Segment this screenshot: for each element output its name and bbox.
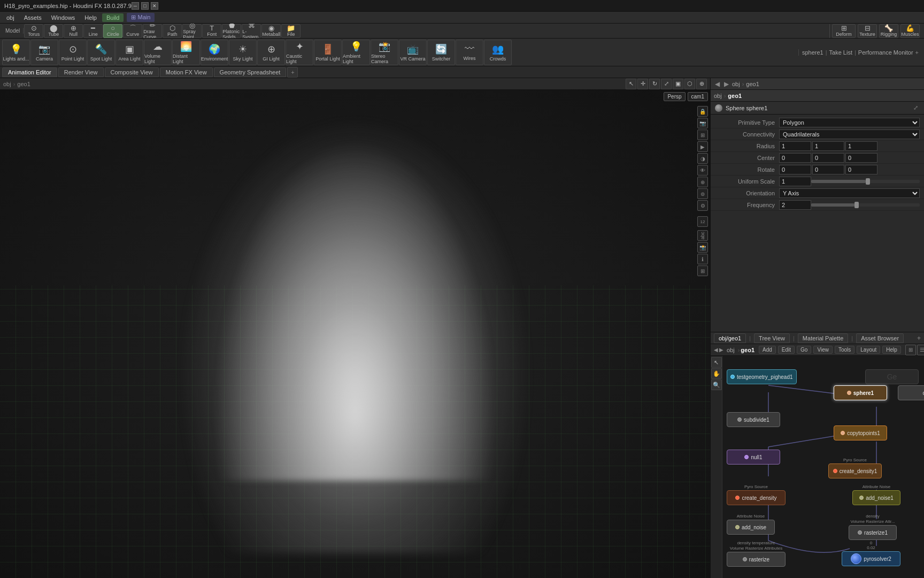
tool-line[interactable]: ━Line [83, 24, 103, 38]
rotate-y[interactable] [812, 165, 844, 174]
node-copytopoints1[interactable]: copytopoints1 [834, 425, 887, 440]
tool-draw-curve[interactable]: ✏Draw Curve [143, 24, 162, 38]
camera-button-vp[interactable]: cam1 [688, 92, 708, 101]
node-null1[interactable]: null1 [727, 450, 780, 465]
vp-icon-vis[interactable]: 👁 [697, 165, 708, 176]
tool-circle[interactable]: ○Circle [103, 24, 122, 38]
viewport-tool-rotate[interactable]: ↻ [649, 79, 660, 89]
prop-add-btn[interactable]: + [915, 49, 919, 56]
node-icon-grid[interactable]: ⊞ [905, 345, 916, 355]
node-btn-layout[interactable]: Layout [857, 346, 880, 354]
frequency-slider[interactable] [811, 200, 920, 210]
point-light-button[interactable]: ⊙Point Light [59, 40, 87, 65]
viewport-tool-select[interactable]: ↖ [626, 79, 636, 89]
perspective-button[interactable]: Persp [664, 92, 685, 101]
viewport-tool-box[interactable]: ▣ [673, 79, 683, 89]
node-tool-zoom[interactable]: 🔍 [711, 379, 722, 390]
lights-menu[interactable]: 💡Lights and... [2, 40, 30, 65]
distant-light-button[interactable]: 🌅Distant Light [172, 40, 200, 65]
main-button[interactable]: ⊞ Main [127, 13, 155, 22]
tool-lsystem[interactable]: ⌘L-System [242, 24, 261, 38]
vp-icon-shading[interactable]: ◑ [697, 153, 708, 164]
vp-icon-bottom[interactable]: 📸 [697, 242, 708, 253]
vp-icon-orient[interactable]: ⊚ [697, 188, 708, 199]
caustic-light-button[interactable]: ✦Caustic Light [286, 40, 313, 65]
node-nav-forward[interactable]: ▶ [719, 347, 723, 353]
tool-curve[interactable]: ⌒Curve [123, 24, 142, 38]
primitive-type-select[interactable]: Polygon NURBS Bezier Points [779, 118, 920, 127]
node-add-noise1[interactable]: Attribute Noise add_noise1 [852, 484, 900, 505]
tab-motion-fx[interactable]: Motion FX View [160, 67, 213, 77]
vr-camera-button[interactable]: 📺VR Camera [399, 40, 427, 65]
tool-null[interactable]: ⊕Null [64, 24, 83, 38]
node-btn-add[interactable]: Add [759, 346, 776, 354]
viewport-tool-move[interactable]: ✛ [637, 79, 648, 89]
node-create-density1[interactable]: Pyro Source create_density1 [828, 458, 882, 478]
uniform-scale-input[interactable] [779, 177, 811, 186]
tool-tube[interactable]: ⬤Tube [44, 24, 63, 38]
node-path-geo[interactable]: geo1 [741, 347, 754, 353]
center-x[interactable] [779, 153, 811, 163]
viewport-tool-extra[interactable]: ⬡ [684, 79, 695, 89]
sky-light-button[interactable]: ☀Sky Light [229, 40, 257, 65]
switcher-button[interactable]: 🔄Switcher [427, 40, 455, 65]
node-add-noise[interactable]: Attribute Noise add_noise [727, 514, 775, 535]
vp-icon-extra[interactable]: ⊞ [697, 265, 708, 276]
rotate-x[interactable] [779, 165, 811, 174]
node-btn-view[interactable]: View [813, 346, 833, 354]
node-tab-material[interactable]: Material Palette [798, 333, 848, 343]
tool-rigging[interactable]: 🦴Rigging [879, 24, 898, 38]
vp-icon-12[interactable]: 12 [697, 216, 708, 227]
radius-y[interactable] [812, 141, 844, 151]
spot-light-button[interactable]: 🔦Spot Light [87, 40, 115, 65]
node-btn-go[interactable]: Go [797, 346, 811, 354]
vp-icon-snap[interactable]: ⊕ [697, 177, 708, 187]
node-add-tab[interactable]: + [917, 334, 921, 342]
tab-composite-view[interactable]: Composite View [105, 67, 159, 77]
minimize-button[interactable]: ─ [132, 2, 139, 10]
crowds-button[interactable]: 👥Crowds [484, 40, 512, 65]
node-create-density[interactable]: Pyro Source create_density [727, 484, 786, 505]
tool-path[interactable]: ⬡Path [163, 24, 182, 38]
tool-platonic[interactable]: ⬟Platonic Solids [222, 24, 241, 38]
vp-icon-camera[interactable]: 📷 [697, 118, 708, 128]
node-path-obj[interactable]: obj [725, 347, 737, 353]
center-y[interactable] [812, 153, 844, 163]
radius-x[interactable] [779, 141, 811, 151]
tool-spray[interactable]: ◎Spray Paint [182, 24, 202, 38]
vp-icon-abc[interactable]: abc [697, 230, 708, 241]
prop-breadcrumb-obj[interactable]: obj [732, 81, 740, 87]
uniform-scale-slider[interactable] [811, 177, 920, 186]
radius-z[interactable] [845, 141, 877, 151]
tool-torus[interactable]: ⊙Torus [24, 24, 43, 38]
viewport-tool-snap[interactable]: ⊕ [696, 79, 707, 89]
menu-help[interactable]: Help [80, 13, 101, 22]
node-subdivide1[interactable]: subdivide1 [727, 412, 780, 427]
stereo-camera-button[interactable]: 📸Stereo Camera [371, 40, 398, 65]
connectivity-select[interactable]: Quadrilaterals Triangles Columns Rows [779, 130, 920, 139]
tab-animation-editor[interactable]: Animation Editor [2, 67, 57, 77]
tool-muscles[interactable]: 💪Muscles [900, 24, 920, 38]
node-icon-list[interactable]: ☰ [917, 345, 924, 355]
gi-light-button[interactable]: ⊕GI Light [257, 40, 285, 65]
vp-icon-grid[interactable]: ⊞ [697, 130, 708, 140]
volume-light-button[interactable]: ☁Volume Light [144, 40, 172, 65]
area-light-button[interactable]: ▣Area Light [116, 40, 143, 65]
environment-button[interactable]: 🌍Environment [201, 40, 228, 65]
node-tab-tree[interactable]: Tree View [754, 333, 790, 343]
tab-render-view[interactable]: Render View [58, 67, 104, 77]
prop-nav-back[interactable]: ◀ [714, 80, 721, 88]
tab-add-button[interactable]: + [287, 67, 298, 78]
center-z[interactable] [845, 153, 877, 163]
node-pyrosolver2[interactable]: 00.02 pyrosolver2 [842, 541, 900, 566]
node-btn-edit[interactable]: Edit [778, 346, 795, 354]
node-nav-back[interactable]: ◀ [714, 347, 718, 353]
vp-icon-settings[interactable]: ⚙ [697, 200, 708, 211]
prop-nav-forward[interactable]: ▶ [723, 80, 730, 88]
node-rasterize[interactable]: density temperatureVolume Rasterize Attr… [727, 541, 786, 567]
maximize-button[interactable]: □ [141, 2, 149, 10]
ambient-light-button[interactable]: 💡Ambient Light [342, 40, 370, 65]
tool-font[interactable]: TFont [202, 24, 221, 38]
wires-button[interactable]: 〰Wires [456, 40, 483, 65]
prop-expand-btn[interactable]: ⤢ [911, 104, 920, 112]
